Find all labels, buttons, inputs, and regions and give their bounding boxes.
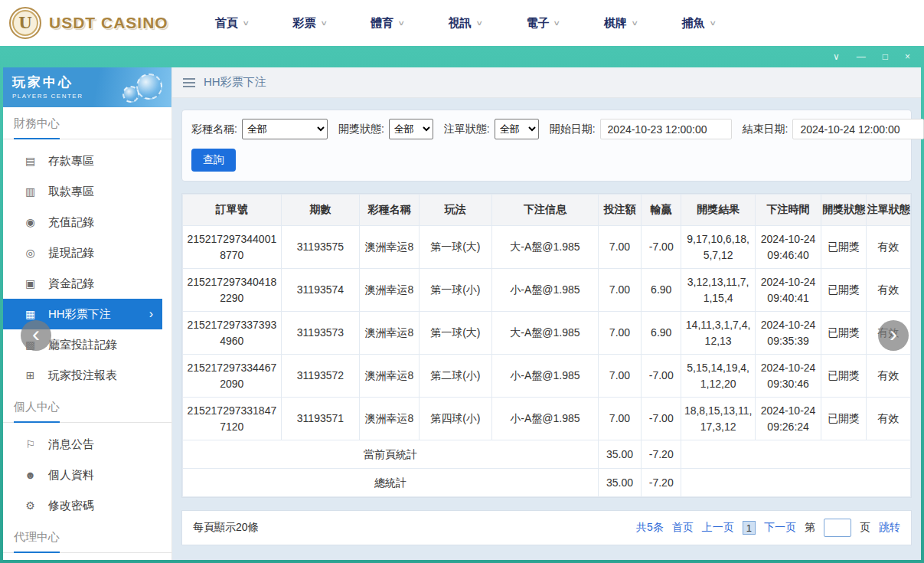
nav-item-live-video[interactable]: 視訊∨ xyxy=(426,8,504,38)
window-collapse-button[interactable]: ∨ xyxy=(833,52,840,61)
sidebar-item-withdraw-area[interactable]: ▥取款專區 xyxy=(3,176,171,207)
filter-label: 彩種名稱: xyxy=(191,123,237,136)
sidebar-item-deposit-area[interactable]: ▤存款專區 xyxy=(3,146,171,176)
end-date-input[interactable] xyxy=(792,119,924,139)
table-cell: 14,11,3,1,7,4,12,13 xyxy=(681,312,756,355)
table-row: 215217297340418229031193574澳洲幸运8第一球(小)小-… xyxy=(183,269,911,312)
nav-item-sports[interactable]: 體育∨ xyxy=(348,8,426,38)
lottery-name-select[interactable]: 全部 xyxy=(242,119,328,139)
bell-icon: ⚐ xyxy=(24,438,37,450)
nav-item-home[interactable]: 首頁∨ xyxy=(193,8,271,38)
column-header: 開獎結果 xyxy=(681,195,756,226)
nav-item-slots[interactable]: 電子∨ xyxy=(504,8,582,38)
nav-item-label: 體育 xyxy=(371,16,393,31)
casino-logo-icon: U xyxy=(9,7,41,39)
draw-status-select[interactable]: 全部 xyxy=(389,119,433,139)
table-row: 215217297334467209031193572澳洲幸运8第二球(小)小-… xyxy=(183,355,911,398)
page-jump-input[interactable] xyxy=(824,519,851,537)
breadcrumb-bar: HH彩票下注 xyxy=(172,67,921,98)
gear-icon: ⚙ xyxy=(24,499,37,512)
column-header: 開獎狀態 xyxy=(821,195,866,226)
next-page-link[interactable]: 下一页 xyxy=(764,521,796,535)
chevron-down-icon: ∨ xyxy=(553,19,561,27)
jump-label-prefix: 第 xyxy=(805,521,815,535)
table-cell: 2152172973440018770 xyxy=(183,226,282,269)
withdraw-record-icon: ◎ xyxy=(24,247,37,259)
nav-item-board-games[interactable]: 棋牌∨ xyxy=(582,8,660,38)
summary-bet-total: 35.00 xyxy=(598,440,641,469)
table-cell: 大-A盤@1.985 xyxy=(492,226,599,269)
current-page[interactable]: 1 xyxy=(743,521,756,535)
nav-item-label: 電子 xyxy=(526,16,549,31)
order-status-select[interactable]: 全部 xyxy=(495,119,539,139)
chevron-down-icon: ∨ xyxy=(631,19,638,27)
table-cell: 9,17,10,6,18,5,7,12 xyxy=(681,226,756,269)
table-cell: 6.90 xyxy=(642,269,681,312)
filter-label: 結束日期: xyxy=(743,123,789,136)
window-close-button[interactable]: × xyxy=(905,52,910,61)
content-area: 彩種名稱:全部開獎狀態:全部注單狀態:全部開始日期:結束日期: 查詢 訂單號期數… xyxy=(172,98,921,560)
table-cell: 有效 xyxy=(866,398,910,440)
chevron-down-icon: ∨ xyxy=(709,19,717,27)
window-maximize-button[interactable]: □ xyxy=(883,52,888,61)
table-cell: 2024-10-24 09:40:41 xyxy=(755,269,821,312)
table-row: 215217297331847712031193571澳洲幸运8第四球(小)小-… xyxy=(183,398,911,440)
nav-item-label: 彩票 xyxy=(293,16,316,31)
bet-report-icon: ⊞ xyxy=(24,369,37,381)
filter-row: 彩種名稱:全部開獎狀態:全部注單狀態:全部開始日期:結束日期: xyxy=(191,119,902,139)
table-cell: 第一球(大) xyxy=(419,226,492,269)
person-icon: ☻ xyxy=(24,469,37,481)
window-minimize-button[interactable]: — xyxy=(857,52,866,61)
sidebar-item-label: 取款專區 xyxy=(48,185,94,199)
table-cell: 小-A盤@1.985 xyxy=(492,355,599,398)
table-cell: 5,15,14,19,4,1,12,20 xyxy=(681,355,756,398)
table-cell: 已開獎 xyxy=(821,226,866,269)
table-cell: 已開獎 xyxy=(821,269,866,312)
section-heading: 代理中心 xyxy=(3,530,171,553)
summary-label-cell: 總統計 xyxy=(183,469,599,497)
top-navigation: U USDT CASINO 首頁∨彩票∨體育∨視訊∨電子∨棋牌∨捕魚∨ xyxy=(0,0,924,46)
table-cell: 18,8,15,13,11,17,3,12 xyxy=(681,398,756,440)
search-button[interactable]: 查詢 xyxy=(191,149,236,172)
sidebar-item-announcements[interactable]: ⚐消息公告 xyxy=(3,429,171,460)
sidebar-item-change-password[interactable]: ⚙修改密碼 xyxy=(3,490,171,521)
jump-button[interactable]: 跳转 xyxy=(879,521,900,535)
carousel-next-arrow[interactable]: › xyxy=(878,320,909,351)
table-cell: 7.00 xyxy=(598,398,641,440)
table-cell: 澳洲幸运8 xyxy=(360,226,419,269)
table-cell: 有效 xyxy=(866,269,910,312)
sidebar-item-recharge-records[interactable]: ◉充值記錄 xyxy=(3,207,171,237)
table-cell: 第一球(小) xyxy=(419,269,492,312)
table-cell: 7.00 xyxy=(598,269,641,312)
menu-toggle-icon[interactable] xyxy=(183,78,195,87)
table-cell: 2024-10-24 09:46:40 xyxy=(755,226,821,269)
table-cell: 澳洲幸运8 xyxy=(360,355,419,398)
table-cell: 小-A盤@1.985 xyxy=(492,398,599,440)
sidebar-item-funds-records[interactable]: ▣資金記錄 xyxy=(3,268,171,299)
casino-logo[interactable]: U USDT CASINO xyxy=(0,7,193,39)
app-body: 玩家中心 PLAYERS CENTER 財務中心▤存款專區▥取款專區◉充值記錄◎… xyxy=(3,67,921,560)
column-header: 投注額 xyxy=(598,195,641,226)
nav-item-lottery[interactable]: 彩票∨ xyxy=(271,8,349,38)
carousel-prev-arrow[interactable]: ‹ xyxy=(21,320,51,351)
jump-label-suffix: 页 xyxy=(860,521,870,535)
nav-item-label: 捕魚 xyxy=(682,16,705,31)
table-cell: 澳洲幸运8 xyxy=(360,312,419,355)
section-heading-label: 財務中心 xyxy=(14,116,60,139)
sidebar-item-player-bet-report[interactable]: ⊞玩家投注報表 xyxy=(3,360,171,391)
column-header: 玩法 xyxy=(419,195,492,226)
first-page-link[interactable]: 首页 xyxy=(672,521,694,535)
start-date-input[interactable] xyxy=(600,119,732,139)
funds-record-icon: ▣ xyxy=(24,277,37,290)
table-cell: 3,12,13,11,7,1,15,4 xyxy=(681,269,756,312)
lottery-bet-icon: ▦ xyxy=(24,308,37,320)
column-header: 注單狀態 xyxy=(866,195,910,226)
table-header-row: 訂單號期數彩種名稱玩法下注信息投注額輸贏開獎結果下注時間開獎狀態注單狀態 xyxy=(183,195,911,226)
sidebar-item-withdraw-records[interactable]: ◎提現記錄 xyxy=(3,237,171,268)
nav-item-fishing[interactable]: 捕魚∨ xyxy=(660,8,738,38)
table-cell: 已開獎 xyxy=(821,312,866,355)
recharge-record-icon: ◉ xyxy=(24,216,37,228)
table-cell: 大-A盤@1.985 xyxy=(492,312,599,355)
sidebar-item-profile[interactable]: ☻個人資料 xyxy=(3,460,171,490)
prev-page-link[interactable]: 上一页 xyxy=(702,521,734,535)
